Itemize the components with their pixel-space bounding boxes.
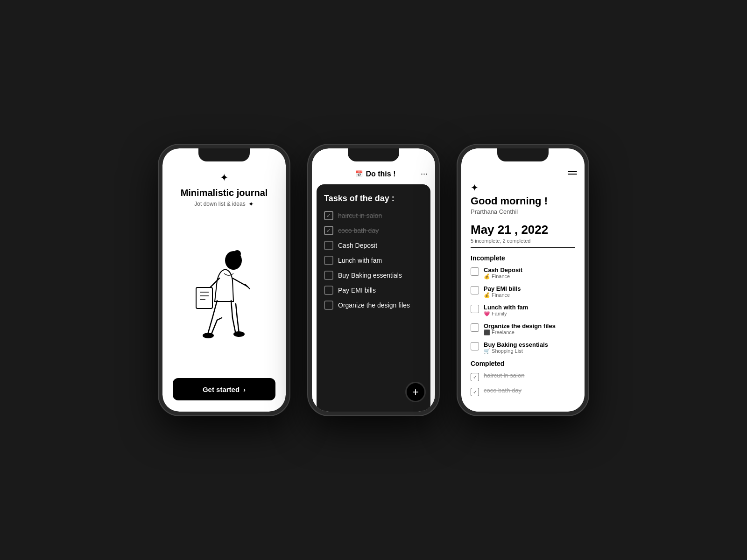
- get-started-button[interactable]: Get started ›: [173, 378, 275, 400]
- incomplete-task-name-2: Pay EMI bills: [484, 285, 521, 292]
- journal-content: ✦ Minimalistic journal Jot down list & i…: [162, 148, 286, 412]
- get-started-label: Get started: [203, 385, 240, 393]
- incomplete-task-name-3: Lunch with fam: [484, 304, 528, 311]
- task-label-2: coco bath day: [338, 227, 379, 234]
- incomplete-section-title: Incomplete: [471, 254, 575, 262]
- incomplete-task-info-2: Pay EMI bills 💰 Finance: [484, 285, 521, 298]
- incomplete-task-tag-5: 🛒 Shopping List: [484, 348, 548, 354]
- task-item: Organize the design files: [324, 301, 423, 310]
- completed-checkbox-1[interactable]: [471, 373, 479, 381]
- tasks-screen-title: Do this !: [366, 170, 395, 178]
- incomplete-checkbox-3[interactable]: [471, 305, 479, 313]
- incomplete-checkbox-4[interactable]: [471, 323, 479, 332]
- task-label-5: Buy Baking essentials: [338, 272, 402, 279]
- incomplete-task-info-1: Cash Deposit 💰 Finance: [484, 266, 522, 280]
- phone-journal: ✦ Minimalistic journal Jot down list & i…: [159, 145, 289, 415]
- svg-rect-2: [196, 287, 212, 308]
- completed-task-2: coco bath day: [471, 387, 575, 396]
- menu-line-1: [568, 171, 577, 172]
- task-label-4: Lunch with fam: [338, 257, 382, 264]
- incomplete-task-tag-1: 💰 Finance: [484, 273, 522, 280]
- incomplete-task-3: Lunch with fam 💗 Family: [471, 304, 575, 317]
- task-checkbox-2[interactable]: [324, 226, 333, 235]
- task-checkbox-7[interactable]: [324, 301, 333, 310]
- divider: [471, 247, 575, 248]
- greeting-text: Good morning !: [471, 195, 575, 207]
- completed-task-info-2: coco bath day: [484, 387, 521, 394]
- phone-morning: ✦ Good morning ! Prarthana Centhil May 2…: [458, 145, 588, 415]
- incomplete-task-tag-2: 💰 Finance: [484, 292, 521, 298]
- incomplete-task-name-5: Buy Baking essentials: [484, 341, 548, 348]
- task-item: coco bath day: [324, 226, 423, 235]
- task-checkbox-3[interactable]: [324, 241, 333, 250]
- completed-task-name-1: haircut in salon: [484, 372, 524, 379]
- sparkle-icon-2: ✦: [248, 200, 254, 208]
- current-date: May 21 , 2022: [471, 223, 575, 237]
- incomplete-task-info-5: Buy Baking essentials 🛒 Shopping List: [484, 341, 548, 354]
- add-task-fab[interactable]: +: [405, 382, 426, 402]
- user-name: Prarthana Centhil: [471, 208, 575, 215]
- incomplete-task-tag-3: 💗 Family: [484, 311, 528, 317]
- completed-task-info-1: haircut in salon: [484, 372, 524, 379]
- incomplete-task-info-3: Lunch with fam 💗 Family: [484, 304, 528, 317]
- menu-line-2: [568, 174, 577, 175]
- hamburger-menu-icon[interactable]: [568, 171, 577, 175]
- completed-section-title: Completed: [471, 360, 575, 367]
- morning-content: ✦ Good morning ! Prarthana Centhil May 2…: [461, 148, 585, 412]
- calendar-icon: 📅: [355, 170, 363, 177]
- task-stats: 5 incomplete, 2 completed: [471, 238, 575, 244]
- task-item: Lunch with fam: [324, 256, 423, 265]
- phones-container: ✦ Minimalistic journal Jot down list & i…: [159, 145, 588, 415]
- incomplete-task-tag-4: ⬛ Freelance: [484, 329, 556, 336]
- completed-checkbox-2[interactable]: [471, 388, 479, 396]
- incomplete-task-4: Organize the design files ⬛ Freelance: [471, 322, 575, 336]
- tasks-screen: 📅 Do this ! ··· Tasks of the day : hairc…: [312, 148, 435, 412]
- incomplete-checkbox-1[interactable]: [471, 267, 479, 276]
- incomplete-checkbox-2[interactable]: [471, 286, 479, 294]
- tasks-background: Tasks of the day : haircut in salon coco…: [317, 184, 430, 412]
- incomplete-task-name-4: Organize the design files: [484, 322, 556, 329]
- svg-point-8: [233, 331, 245, 337]
- phone-tasks: 📅 Do this ! ··· Tasks of the day : hairc…: [308, 145, 439, 415]
- sparkle-icon-3: ✦: [471, 182, 575, 193]
- incomplete-checkbox-5[interactable]: [471, 342, 479, 350]
- menu-dots-icon[interactable]: ···: [421, 169, 428, 179]
- person-illustration: [177, 236, 271, 357]
- tasks-section-title: Tasks of the day :: [324, 194, 423, 203]
- incomplete-task-5: Buy Baking essentials 🛒 Shopping List: [471, 341, 575, 354]
- incomplete-task-info-4: Organize the design files ⬛ Freelance: [484, 322, 556, 336]
- arrow-icon: ›: [243, 385, 246, 393]
- task-checkbox-1[interactable]: [324, 211, 333, 220]
- journal-title: Minimalistic journal: [181, 188, 268, 198]
- task-item: Pay EMI bills: [324, 286, 423, 295]
- task-checkbox-6[interactable]: [324, 286, 333, 295]
- completed-task-1: haircut in salon: [471, 372, 575, 381]
- task-checkbox-4[interactable]: [324, 256, 333, 265]
- task-label-6: Pay EMI bills: [338, 287, 376, 294]
- incomplete-task-name-1: Cash Deposit: [484, 266, 522, 273]
- svg-line-6: [245, 284, 250, 289]
- journal-illustration: [174, 215, 275, 378]
- incomplete-task-2: Pay EMI bills 💰 Finance: [471, 285, 575, 298]
- task-label-3: Cash Deposit: [338, 242, 377, 249]
- task-item: Buy Baking essentials: [324, 271, 423, 280]
- journal-screen: ✦ Minimalistic journal Jot down list & i…: [162, 148, 286, 412]
- morning-header: [461, 169, 585, 178]
- task-checkbox-5[interactable]: [324, 271, 333, 280]
- svg-point-7: [203, 333, 214, 338]
- task-label-1: haircut in salon: [338, 212, 382, 219]
- incomplete-task-1: Cash Deposit 💰 Finance: [471, 266, 575, 280]
- journal-subtitle: Jot down list & ideas: [194, 201, 245, 207]
- svg-point-1: [233, 250, 241, 258]
- journal-subtitle-row: Jot down list & ideas ✦: [194, 200, 254, 208]
- morning-body: ✦ Good morning ! Prarthana Centhil May 2…: [461, 178, 585, 411]
- tasks-header: 📅 Do this ! ···: [312, 169, 435, 184]
- sparkle-icon-1: ✦: [220, 172, 228, 184]
- tasks-content: 📅 Do this ! ··· Tasks of the day : hairc…: [312, 148, 435, 412]
- task-label-7: Organize the design files: [338, 301, 410, 309]
- completed-task-name-2: coco bath day: [484, 387, 521, 394]
- task-item: Cash Deposit: [324, 241, 423, 250]
- task-item: haircut in salon: [324, 211, 423, 220]
- morning-screen: ✦ Good morning ! Prarthana Centhil May 2…: [461, 148, 585, 412]
- tasks-title-row: 📅 Do this !: [331, 170, 421, 178]
